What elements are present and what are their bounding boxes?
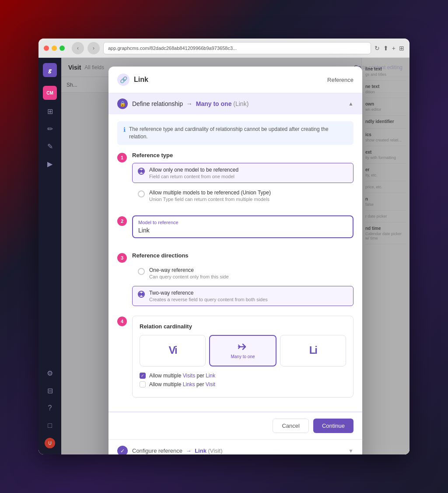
address-bar[interactable]: app.graphcms.com/82dadc268ab841209966b9a…	[103, 42, 371, 54]
card-li[interactable]: Li	[280, 335, 346, 366]
model-input-label: Model to reference	[138, 220, 347, 225]
user-avatar-icon[interactable]: U	[44, 437, 56, 449]
radio-option-union[interactable]: Allow multiple models to be referenced (…	[132, 186, 354, 206]
url-text: app.graphcms.com/82dadc268ab841209966b9a…	[108, 46, 237, 51]
browser-toolbar: ‹ › app.graphcms.com/82dadc268ab84120996…	[38, 39, 410, 58]
sidebar-item-help[interactable]: ?	[44, 402, 56, 414]
step1-header[interactable]: 🔒 Define relationship → Many to one (Lin…	[108, 93, 362, 114]
modal-overlay: 🔗 Link Reference 🔒 Define relationship →…	[61, 58, 410, 454]
modal-title: Link	[134, 76, 148, 84]
radio-circle-2	[138, 190, 145, 197]
reload-icon[interactable]: ↻	[374, 45, 380, 52]
section3-content: Reference directions One-way reference C…	[132, 252, 354, 309]
checkbox-links-per-visit[interactable]: Allow multiple Links per Visit	[140, 381, 346, 387]
checkbox-2[interactable]	[140, 381, 146, 387]
radio-circle-4	[138, 291, 145, 298]
number-badge-3: 3	[117, 253, 127, 263]
radio4-label: Two-way reference	[149, 290, 268, 296]
radio-circle-1	[138, 168, 145, 175]
section1-content: Reference type Allow only one model to b…	[132, 152, 354, 208]
sidebar-item-settings[interactable]: ⚙	[44, 367, 56, 379]
modal-footer: Cancel Continue	[108, 412, 362, 439]
number-badge-4: 4	[117, 317, 127, 326]
sidebar-item-filter[interactable]: ⊟	[44, 384, 56, 397]
section2: 2 Model to reference Link	[117, 215, 354, 245]
model-input-value[interactable]: Link	[138, 227, 347, 234]
section3-label: Reference directions	[132, 252, 354, 259]
minimize-button[interactable]	[52, 46, 57, 51]
close-button[interactable]	[44, 46, 49, 51]
modal-header-right: Reference	[327, 77, 354, 83]
continue-button[interactable]: Continue	[313, 419, 354, 433]
add-tab-icon[interactable]: +	[392, 45, 396, 52]
link-link[interactable]: Link	[206, 373, 215, 379]
share-icon[interactable]: ⬆	[383, 45, 388, 52]
workspace-avatar[interactable]: CM	[43, 86, 57, 100]
radio1-sub: Field can return content from one model	[149, 174, 238, 179]
card-vi[interactable]: Vi	[140, 335, 206, 366]
step2-section[interactable]: ✓ Configure reference → Link (Visit) ▼	[108, 439, 362, 454]
card-li-text: Li	[309, 344, 317, 356]
section3: 3 Reference directions One-way reference…	[117, 252, 354, 309]
radio4-sub: Creates a reverse field to query content…	[149, 297, 268, 302]
checkbox2-text: Allow multiple Links per Visit	[149, 381, 215, 387]
sidebar-item-play[interactable]: ▶	[44, 158, 56, 170]
links-link[interactable]: Links	[183, 381, 195, 387]
number-badge-2: 2	[117, 216, 127, 226]
modal-header: 🔗 Link Reference	[108, 67, 362, 93]
radio-option-single[interactable]: Allow only one model to be referenced Fi…	[132, 163, 354, 183]
sidebar-item-edit2[interactable]: ✎	[44, 140, 56, 152]
grid-icon[interactable]: ⊞	[399, 45, 404, 52]
info-box: ℹ The reference type and cardinality of …	[117, 121, 354, 145]
info-text: The reference type and cardinality of re…	[129, 126, 347, 141]
section4-content: Relation cardinality Vi	[132, 316, 354, 398]
radio3-label: One-way reference	[149, 267, 229, 273]
radio2-label: Allow multiple models to be referenced (…	[149, 190, 271, 196]
card-arrow-icon	[237, 342, 249, 353]
number-badge-1: 1	[117, 153, 127, 162]
sidebar-item-layers[interactable]: ⊞	[44, 105, 56, 117]
main-area: Visit All fields Go to content editing S…	[61, 58, 410, 454]
card-many-to-one[interactable]: Many to one	[209, 335, 276, 366]
checkbox1-text: Allow multiple Visits per Link	[149, 373, 215, 379]
sidebar-item-edit[interactable]: ✏	[44, 123, 56, 135]
app-logo[interactable]: 𝒈	[43, 63, 57, 77]
traffic-lights	[44, 46, 65, 51]
radio-circle-3	[138, 268, 145, 275]
radio1-label: Allow only one model to be referenced	[149, 167, 238, 173]
checkbox-visits-per-link[interactable]: ✓ Allow multiple Visits per	[140, 373, 346, 379]
step2-complete-icon: ✓	[117, 446, 128, 454]
maximize-button[interactable]	[60, 46, 65, 51]
step1-section: 🔒 Define relationship → Many to one (Lin…	[108, 93, 362, 412]
step2-chevron: ▼	[348, 448, 354, 454]
info-icon: ℹ	[123, 126, 126, 133]
model-input-box: Model to reference Link	[132, 215, 354, 238]
radio-one-way[interactable]: One-way reference Can query content only…	[132, 263, 354, 283]
card-vi-text: Vi	[169, 344, 177, 356]
step1-icon: 🔒	[117, 99, 128, 109]
modal-dialog: 🔗 Link Reference 🔒 Define relationship →…	[108, 67, 362, 454]
nav-forward-button[interactable]: ›	[88, 42, 100, 54]
section1-label: Reference type	[132, 152, 354, 158]
visits-link[interactable]: Visits	[183, 373, 195, 379]
modal-link-icon: 🔗	[117, 74, 130, 86]
cardinality-box: Relation cardinality Vi	[132, 316, 354, 398]
step2-title: Configure reference → Link (Visit)	[132, 447, 223, 454]
step1-body: ℹ The reference type and cardinality of …	[108, 114, 362, 412]
visit-link[interactable]: Visit	[206, 381, 215, 387]
section1: 1 Reference type Allow only one model	[117, 152, 354, 208]
radio2-sub: Union Type field can return content from…	[149, 197, 271, 202]
nav-back-button[interactable]: ‹	[72, 42, 84, 54]
cancel-button[interactable]: Cancel	[273, 419, 308, 433]
sidebar: 𝒈 CM ⊞ ✏ ✎ ▶ ⚙ ⊟ ? □ U	[38, 58, 61, 454]
browser-window: ‹ › app.graphcms.com/82dadc268ab84120996…	[38, 39, 410, 454]
sidebar-item-square[interactable]: □	[44, 419, 56, 432]
section2-content: Model to reference Link	[132, 215, 354, 245]
cardinality-title: Relation cardinality	[140, 323, 346, 330]
cardinality-cards: Vi	[140, 335, 346, 366]
radio-two-way[interactable]: Two-way reference Creates a reverse fiel…	[132, 286, 354, 306]
app-content: 𝒈 CM ⊞ ✏ ✎ ▶ ⚙ ⊟ ? □ U Visit All fields …	[38, 58, 410, 454]
toolbar-icons: ↻ ⬆ + ⊞	[374, 45, 404, 52]
step1-chevron: ▲	[348, 101, 354, 107]
checkbox-1[interactable]: ✓	[140, 373, 146, 379]
